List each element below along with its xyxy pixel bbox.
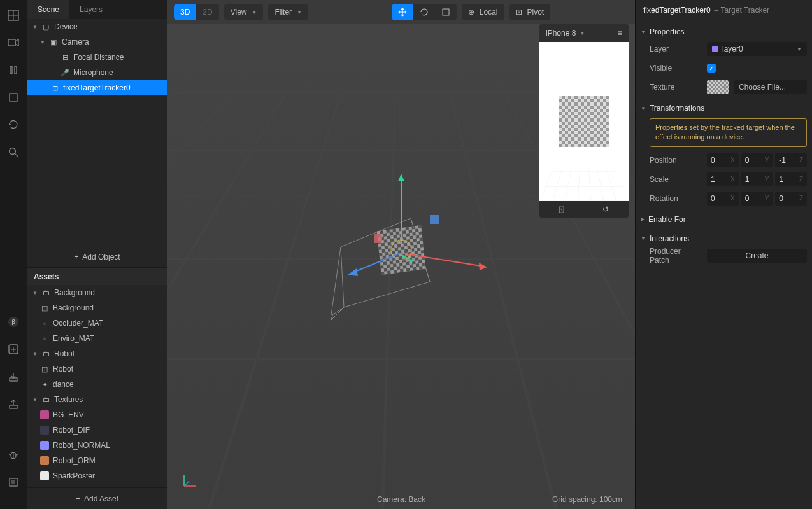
layout-icon[interactable]	[8, 10, 19, 21]
import-icon[interactable]	[8, 371, 19, 382]
preview-device-label[interactable]: iPhone 8	[546, 29, 576, 38]
tree-row-mic[interactable]: 🎤 Microphone	[27, 65, 167, 80]
svg-line-8	[15, 154, 18, 157]
mic-icon: 🎤	[61, 68, 69, 77]
video-icon[interactable]	[8, 37, 19, 48]
asset-row[interactable]: ◫Background	[27, 300, 167, 316]
folder-icon: 🗀	[41, 349, 50, 358]
pivot-button[interactable]: ⊡Pivot	[509, 4, 551, 20]
asset-row[interactable]: ✦dance	[27, 377, 167, 392]
rotation-x-field[interactable]: X	[707, 192, 739, 206]
pause-icon[interactable]	[8, 64, 19, 76]
position-y-field[interactable]: Y	[741, 153, 773, 167]
scale-y-field[interactable]: Y	[741, 172, 773, 186]
rotate-tool-button[interactable]	[413, 4, 435, 20]
svg-rect-3	[8, 39, 15, 46]
square-icon[interactable]	[8, 92, 19, 103]
material-icon: ●	[40, 334, 49, 343]
position-z-field[interactable]: Z	[775, 153, 807, 167]
add-asset-label: Add Asset	[84, 494, 118, 503]
camera-icon: ▣	[49, 38, 58, 46]
rotation-z-field[interactable]: Z	[775, 192, 807, 206]
asset-row[interactable]: ●Enviro_MAT	[27, 331, 167, 346]
properties-header[interactable]: ▼Properties	[641, 24, 807, 39]
preview-viewport	[539, 42, 629, 201]
interactions-header[interactable]: ▼Interactions	[641, 231, 807, 246]
asset-row[interactable]: ▼🗀Robot	[27, 346, 167, 361]
svg-rect-23	[443, 9, 449, 15]
cube-icon: ◫	[40, 303, 49, 312]
add-object-button[interactable]: + Add Object	[27, 246, 167, 267]
viewport-footer: Camera: Back Grid spacing: 100cm	[167, 495, 635, 504]
tree-label: Focal Distance	[73, 53, 124, 62]
camera-label: Camera: Back	[377, 495, 425, 504]
create-button[interactable]: Create	[707, 249, 807, 263]
tree-row-device[interactable]: ▼ ▢ Device	[27, 19, 167, 34]
docs-icon[interactable]	[8, 477, 19, 488]
asset-row[interactable]: Robot_ORM	[27, 453, 167, 468]
move-tool-button[interactable]	[392, 4, 413, 20]
rotation-label: Rotation	[650, 194, 702, 203]
menu-icon[interactable]: ≡	[618, 29, 622, 38]
chevron-down-icon[interactable]: ▼	[580, 31, 585, 36]
choose-file-button[interactable]: Choose File...	[734, 80, 807, 94]
restart-icon[interactable]: ↺	[602, 205, 609, 214]
tab-scene[interactable]: Scene	[27, 0, 69, 19]
local-button[interactable]: ⊕Local	[462, 4, 504, 20]
view-mode-group: 3D 2D	[174, 4, 219, 20]
tracker-icon: ⊞	[50, 83, 59, 92]
tree-row-tracker[interactable]: ⊞ fixedTargetTracker0	[27, 80, 167, 95]
folder-icon: 🗀	[41, 288, 50, 297]
inspector-panel: fixedTargetTracker0 – Target Tracker ▼Pr…	[635, 0, 812, 509]
enable-for-header[interactable]: ▶Enable For	[641, 212, 807, 227]
transformations-header[interactable]: ▼Transformations	[641, 101, 807, 116]
cube-icon: ◫	[40, 365, 49, 373]
refresh-icon[interactable]	[8, 119, 19, 130]
scale-x-field[interactable]: X	[707, 172, 739, 186]
bug-icon[interactable]	[8, 449, 19, 461]
layer-swatch-icon	[712, 46, 718, 52]
visible-checkbox[interactable]: ✓	[707, 64, 716, 73]
export-icon[interactable]	[8, 398, 19, 410]
device-icon: ▢	[41, 22, 50, 31]
capture-icon[interactable]: ⍂	[559, 205, 564, 214]
chevron-down-icon: ▼	[297, 10, 302, 15]
add-panel-icon[interactable]	[8, 344, 19, 355]
svg-line-18	[9, 454, 11, 455]
mode-3d-button[interactable]: 3D	[174, 4, 196, 20]
tab-layers[interactable]: Layers	[69, 0, 113, 19]
rotation-y-field[interactable]: Y	[741, 192, 773, 206]
view-dropdown[interactable]: View▼	[224, 4, 264, 20]
asset-row[interactable]: SparkPoster	[27, 468, 167, 484]
plus-icon: +	[74, 253, 78, 261]
asset-row[interactable]: ▼🗀Textures	[27, 392, 167, 407]
asset-row[interactable]: Robot_NORMAL	[27, 438, 167, 453]
scale-tool-button[interactable]	[435, 4, 457, 20]
layer-select[interactable]: layer0 ▼	[707, 42, 807, 56]
section-transformations: ▼Transformations Properties set by the t…	[636, 97, 812, 208]
device-preview-panel: iPhone 8 ▼ ≡ ⍂ ↺	[539, 24, 629, 218]
chevron-down-icon: ▼	[32, 24, 38, 30]
asset-row[interactable]: Robot_DIF	[27, 422, 167, 438]
visible-label: Visible	[650, 64, 702, 73]
tree-row-focal[interactable]: ⊟ Focal Distance	[27, 50, 167, 65]
search-icon[interactable]	[8, 146, 19, 158]
section-enable-for: ▶Enable For	[636, 208, 812, 227]
asset-row[interactable]: BG_ENV	[27, 407, 167, 422]
svg-rect-31	[430, 215, 439, 224]
position-x-field[interactable]: X	[707, 153, 739, 167]
asset-row[interactable]: ▼🗀Background	[27, 285, 167, 300]
texture-swatch[interactable]: ▼	[707, 80, 729, 94]
inspector-type: – Target Tracker	[715, 6, 769, 15]
tree-row-camera[interactable]: ▼ ▣ Camera	[27, 34, 167, 50]
asset-row[interactable]: ●Occluder_MAT	[27, 316, 167, 331]
scale-label: Scale	[650, 175, 702, 184]
asset-row[interactable]: ◫Robot	[27, 361, 167, 377]
scale-z-field[interactable]: Z	[775, 172, 807, 186]
beta-icon[interactable]: β	[8, 316, 19, 328]
svg-line-43	[184, 481, 189, 486]
add-asset-button[interactable]: + Add Asset	[27, 487, 167, 509]
mode-2d-button[interactable]: 2D	[196, 4, 218, 20]
filter-dropdown[interactable]: Filter▼	[268, 4, 308, 20]
globe-icon: ⊕	[468, 8, 474, 17]
